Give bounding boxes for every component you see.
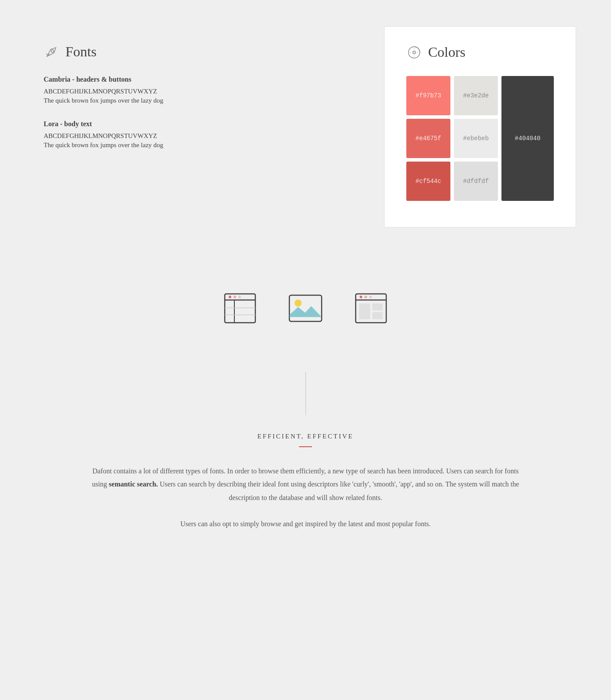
fonts-icon: [44, 44, 59, 60]
colors-icon: [406, 45, 422, 60]
swatch-404040: #404040: [501, 76, 554, 201]
fonts-panel: Fonts Cambria - headers & buttons ABCDEF…: [35, 26, 358, 182]
fonts-header: Fonts: [44, 44, 349, 60]
svg-point-8: [229, 296, 231, 298]
top-section: Fonts Cambria - headers & buttons ABCDEF…: [0, 0, 611, 262]
svg-point-9: [233, 296, 236, 298]
lora-sample: The quick brown fox jumps over the lazy …: [44, 141, 349, 149]
color-grid: #f97b73 #e3e2de #404040 #e4675f #ebebeb …: [406, 76, 554, 201]
svg-rect-14: [289, 295, 322, 321]
swatch-e3e2de: #e3e2de: [454, 76, 498, 115]
svg-rect-22: [372, 303, 383, 310]
paragraph-1: Dafont contains a lot of different types…: [87, 465, 524, 504]
middle-section: [0, 262, 611, 363]
bold-semantic-search: semantic search.: [109, 480, 158, 488]
svg-rect-6: [225, 294, 255, 323]
swatch-e4675f: #e4675f: [406, 119, 450, 158]
image-icon: [286, 289, 325, 328]
layout-icon: [351, 289, 391, 328]
image-icon-container: [286, 289, 325, 328]
swatch-f97b73: #f97b73: [406, 76, 450, 115]
cambria-font-name: Cambria - headers & buttons: [44, 76, 349, 83]
lora-font-name: Lora - body text: [44, 120, 349, 128]
lora-alphabet: ABCDEFGHIJKLMNOPQRSTUVWXYZ: [44, 132, 349, 140]
paragraph-2: Users can also opt to simply browse and …: [87, 517, 524, 531]
svg-point-18: [360, 296, 362, 298]
browser-icon-container: [220, 289, 260, 328]
browser-icon: [220, 289, 260, 328]
swatch-dfdfdf: #dfdfdf: [454, 162, 498, 201]
vertical-divider: [306, 372, 306, 415]
layout-icon-container: [351, 289, 391, 328]
svg-point-19: [364, 296, 367, 298]
svg-rect-21: [359, 303, 370, 319]
swatch-ebebeb: #ebebeb: [454, 119, 498, 158]
svg-rect-23: [372, 312, 383, 319]
font-group-cambria: Cambria - headers & buttons ABCDEFGHIJKL…: [44, 76, 349, 104]
cambria-sample: The quick brown fox jumps over the lazy …: [44, 97, 349, 104]
svg-point-20: [369, 296, 372, 298]
section-label: EFFICIENT, EFFECTIVE: [87, 433, 524, 440]
divider-section: [0, 363, 611, 424]
colors-title: Colors: [428, 44, 465, 60]
svg-point-15: [295, 300, 302, 307]
section-divider-line: [299, 446, 312, 447]
fonts-title: Fonts: [65, 44, 96, 60]
svg-point-0: [51, 50, 54, 52]
cambria-alphabet: ABCDEFGHIJKLMNOPQRSTUVWXYZ: [44, 88, 349, 95]
font-group-lora: Lora - body text ABCDEFGHIJKLMNOPQRSTUVW…: [44, 120, 349, 149]
svg-point-10: [238, 296, 241, 298]
bottom-section: EFFICIENT, EFFECTIVE Dafont contains a l…: [0, 424, 611, 588]
colors-header: Colors: [406, 44, 554, 60]
swatch-cf544c: #cf544c: [406, 162, 450, 201]
colors-panel: Colors #f97b73 #e3e2de #404040 #e4675f #…: [384, 26, 576, 228]
